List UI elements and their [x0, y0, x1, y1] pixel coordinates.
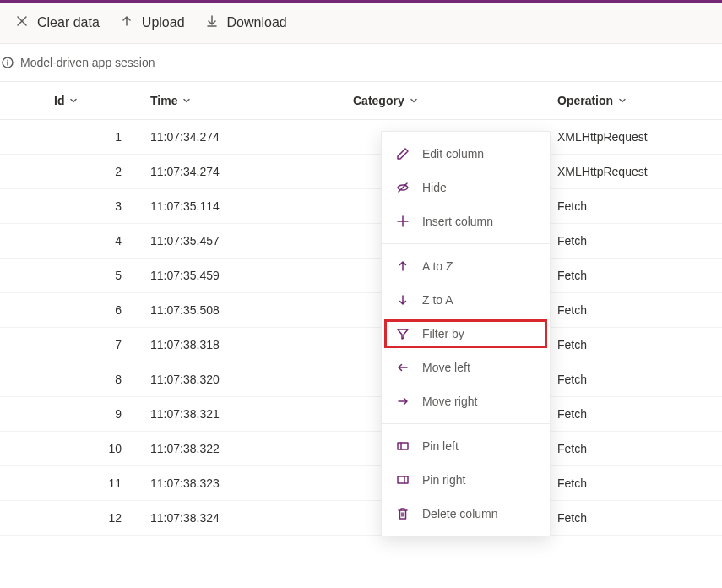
arrow-up-icon: [395, 259, 410, 273]
table-row[interactable]: 1011:07:38.322Fetch: [0, 432, 722, 466]
eye-off-icon: [395, 181, 410, 194]
cell-operation: Fetch: [547, 397, 699, 431]
clear-data-button[interactable]: Clear data: [15, 14, 100, 31]
pin-left-icon: [395, 439, 410, 453]
cell-operation: Fetch: [547, 501, 699, 535]
menu-item-label: Move left: [422, 361, 470, 374]
row-handle: [0, 120, 42, 154]
arrow-left-icon: [395, 361, 410, 374]
menu-item-label: A to Z: [422, 259, 453, 273]
trash-icon: [395, 507, 410, 520]
table-row[interactable]: 1211:07:38.324Fetch: [0, 501, 722, 536]
svg-rect-1: [398, 443, 408, 449]
menu-item-sort-a-to-z[interactable]: A to Z: [382, 249, 550, 283]
breadcrumb-label: Model-driven app session: [20, 56, 155, 69]
clear-data-label: Clear data: [37, 15, 100, 30]
table-row[interactable]: 611:07:35.508Fetch: [0, 293, 722, 328]
column-header-category[interactable]: Category: [343, 82, 547, 119]
column-header-operation[interactable]: Operation: [547, 82, 699, 119]
cell-operation: Fetch: [547, 466, 699, 500]
menu-item-label: Edit column: [422, 147, 484, 161]
upload-button[interactable]: Upload: [120, 14, 185, 31]
cell-time: 11:07:35.457: [140, 224, 343, 258]
cell-id: 3: [42, 189, 140, 223]
cell-time: 11:07:38.324: [140, 501, 343, 535]
table-row[interactable]: 711:07:38.318Fetch: [0, 328, 722, 362]
cell-operation: Fetch: [547, 189, 699, 223]
cell-operation: Fetch: [547, 328, 699, 362]
row-handle: [0, 155, 42, 188]
column-header-id-label: Id: [54, 94, 64, 107]
cell-time: 11:07:38.320: [140, 362, 343, 396]
menu-item-hide[interactable]: Hide: [382, 171, 550, 204]
toolbar: Clear data Upload Download: [0, 3, 722, 44]
row-handle: [0, 328, 42, 362]
menu-item-label: Hide: [422, 181, 447, 194]
cell-id: 1: [42, 120, 140, 154]
table-row[interactable]: 1111:07:38.323Fetch: [0, 466, 722, 501]
download-icon: [205, 14, 219, 31]
row-handle: [0, 362, 42, 396]
table-row[interactable]: 411:07:35.457Fetch: [0, 224, 722, 259]
table-body: 111:07:34.274XMLHttpRequest211:07:34.274…: [0, 120, 722, 536]
menu-item-label: Filter by: [422, 327, 464, 340]
cell-time: 11:07:34.274: [140, 120, 343, 154]
table-row[interactable]: 311:07:35.114Fetch: [0, 189, 722, 224]
cell-time: 11:07:38.321: [140, 397, 343, 431]
table-row[interactable]: 911:07:38.321Fetch: [0, 397, 722, 432]
arrow-right-icon: [395, 395, 410, 408]
cell-id: 4: [42, 224, 140, 258]
chevron-down-icon: [410, 96, 418, 105]
table-row[interactable]: 511:07:35.459Fetch: [0, 259, 722, 293]
menu-item-edit-column[interactable]: Edit column: [382, 137, 550, 171]
column-header-time[interactable]: Time: [140, 82, 343, 119]
menu-item-move-left[interactable]: Move left: [382, 351, 550, 384]
cell-operation: XMLHttpRequest: [547, 120, 699, 154]
table-header-row: Id Time Category Operation: [0, 81, 722, 120]
menu-item-label: Delete column: [422, 507, 498, 520]
row-handle: [0, 189, 42, 223]
column-header-operation-label: Operation: [557, 94, 613, 107]
menu-item-label: Z to A: [422, 293, 453, 307]
cell-time: 11:07:38.323: [140, 466, 343, 500]
menu-item-insert-column[interactable]: Insert column: [382, 204, 550, 238]
cell-time: 11:07:35.508: [140, 293, 343, 327]
menu-item-label: Insert column: [422, 215, 493, 228]
cell-id: 7: [42, 328, 140, 362]
row-handle: [0, 259, 42, 292]
row-handle: [0, 466, 42, 500]
cell-operation: Fetch: [547, 293, 699, 327]
plus-icon: [395, 215, 410, 228]
cell-id: 12: [42, 501, 140, 535]
close-x-icon: [15, 14, 29, 31]
table-row[interactable]: 211:07:34.274XMLHttpRequest: [0, 155, 722, 189]
menu-item-delete-column[interactable]: Delete column: [382, 497, 550, 531]
row-handle: [0, 432, 42, 466]
menu-item-pin-right[interactable]: Pin right: [382, 463, 550, 497]
svg-rect-3: [398, 476, 408, 483]
upload-icon: [120, 14, 133, 31]
column-header-id[interactable]: Id: [42, 82, 140, 119]
menu-item-pin-left[interactable]: Pin left: [382, 429, 550, 463]
info-icon: [2, 57, 14, 68]
cell-id: 9: [42, 397, 140, 431]
cell-operation: Fetch: [547, 224, 699, 258]
row-handle: [0, 293, 42, 327]
arrow-down-icon: [395, 293, 410, 307]
menu-item-label: Move right: [422, 395, 477, 408]
column-context-menu: Edit column Hide Insert column A to Z Z …: [381, 131, 551, 536]
cell-time: 11:07:38.318: [140, 328, 343, 362]
menu-item-sort-z-to-a[interactable]: Z to A: [382, 283, 550, 317]
menu-item-move-right[interactable]: Move right: [382, 384, 550, 418]
pencil-icon: [395, 147, 410, 161]
row-handle: [0, 224, 42, 258]
table-row[interactable]: 811:07:38.320Fetch: [0, 362, 722, 397]
chevron-down-icon: [69, 96, 78, 105]
download-button[interactable]: Download: [205, 14, 287, 31]
table-row[interactable]: 111:07:34.274XMLHttpRequest: [0, 120, 722, 155]
breadcrumb: Model-driven app session: [0, 44, 722, 81]
menu-item-filter-by[interactable]: Filter by: [382, 317, 550, 351]
row-handle: [0, 501, 42, 535]
cell-id: 10: [42, 432, 140, 466]
cell-operation: Fetch: [547, 259, 699, 292]
